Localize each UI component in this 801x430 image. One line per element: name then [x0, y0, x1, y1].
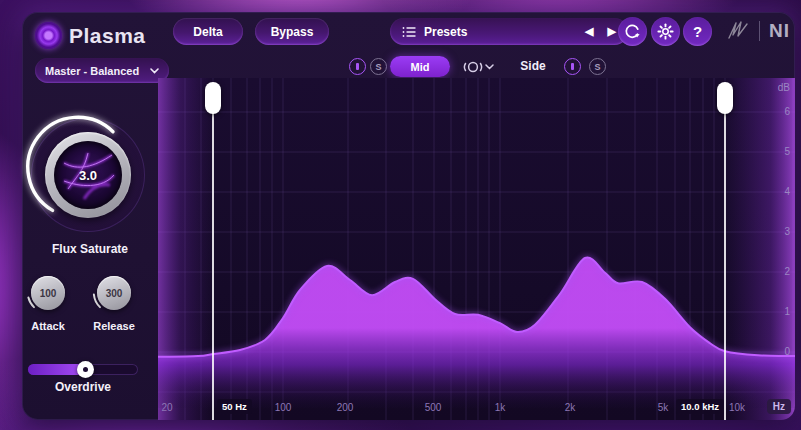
chevron-down-icon [150, 68, 159, 74]
flux-saturate-value: 3.0 [54, 141, 122, 209]
spectrum-area [158, 257, 795, 408]
overdrive-slider-thumb[interactable] [77, 361, 94, 378]
plasma-swirl-icon [35, 22, 62, 49]
mid-power-icon[interactable] [349, 58, 366, 75]
side-solo-icon[interactable]: S [589, 58, 606, 75]
side-power-icon[interactable] [564, 58, 581, 75]
bypass-button[interactable]: Bypass [255, 18, 329, 45]
tab-side-channel[interactable]: Side [508, 59, 558, 73]
desktop-background: { "app": { "name": "Plasma" }, "header":… [0, 0, 801, 430]
tab-mid-channel[interactable]: Mid [390, 56, 450, 77]
flux-saturate-label: Flux Saturate [22, 242, 158, 256]
release-knob[interactable]: 300 [91, 270, 137, 316]
plasma-ball: 3.0 [54, 141, 122, 209]
overdrive-slider[interactable] [28, 364, 138, 375]
freq-tick-200: 200 [323, 402, 367, 413]
low-crossover-handle[interactable] [205, 82, 221, 114]
frequency-unit-label: Hz [767, 399, 791, 414]
db-tick-2: 2 [760, 266, 790, 277]
freq-tick-20: 20 [158, 402, 189, 413]
attack-label: Attack [13, 320, 83, 332]
gear-icon [657, 23, 674, 40]
app-title: Plasma [69, 24, 146, 48]
mid-solo-icon[interactable]: S [370, 58, 387, 75]
attack-value: 100 [31, 276, 65, 310]
help-icon: ? [693, 23, 702, 40]
db-tick-4: 4 [760, 186, 790, 197]
preset-list-icon [402, 26, 416, 38]
delta-button[interactable]: Delta [173, 18, 243, 45]
freq-tick-1k: 1k [478, 402, 522, 413]
brand-divider [759, 21, 760, 41]
db-tick-dB: dB [760, 82, 790, 93]
history-icon [624, 23, 641, 40]
freq-tick-2k: 2k [548, 402, 592, 413]
db-tick-5: 5 [760, 146, 790, 157]
settings-button[interactable] [651, 17, 680, 46]
freq-tick-500: 500 [411, 402, 455, 413]
flux-saturate-knob[interactable]: 3.0 [31, 118, 145, 232]
preset-style-value: Master - Balanced [45, 65, 139, 77]
overdrive-label: Overdrive [28, 380, 138, 394]
db-tick-6: 6 [760, 106, 790, 117]
low-crossover-frequency-value[interactable]: 50 Hz [217, 399, 252, 414]
spectrum-display[interactable]: 201002005001k2k5k10kdB654321050 Hz10.0 k… [158, 78, 795, 420]
low-crossover-line[interactable] [212, 84, 214, 420]
db-tick-0: 0 [760, 346, 790, 357]
izotope-scribble-icon [726, 20, 750, 42]
midside-icon [462, 59, 494, 75]
ni-logo: NI [769, 20, 790, 42]
presets-label: Presets [424, 25, 467, 39]
plugin-window: Plasma Delta Bypass Presets ◀ ▶ [22, 12, 795, 420]
spectrum-svg [158, 78, 795, 420]
release-value: 300 [97, 276, 131, 310]
freq-tick-100: 100 [261, 402, 305, 413]
db-tick-1: 1 [760, 306, 790, 317]
high-crossover-line[interactable] [724, 84, 726, 420]
prev-preset-button[interactable]: ◀ [578, 18, 600, 45]
preset-style-dropdown[interactable]: Master - Balanced [35, 58, 169, 83]
history-button[interactable] [618, 17, 647, 46]
help-button[interactable]: ? [683, 17, 712, 46]
db-tick-3: 3 [760, 226, 790, 237]
high-crossover-handle[interactable] [717, 82, 733, 114]
brand-area: NI [726, 20, 790, 42]
high-crossover-frequency-value[interactable]: 10.0 kHz [676, 399, 724, 414]
release-label: Release [79, 320, 149, 332]
midside-mode-selector[interactable] [462, 59, 494, 79]
presets-bar[interactable]: Presets ◀ ▶ [390, 18, 628, 45]
attack-knob[interactable]: 100 [25, 270, 71, 316]
app-logo: Plasma [35, 22, 146, 49]
